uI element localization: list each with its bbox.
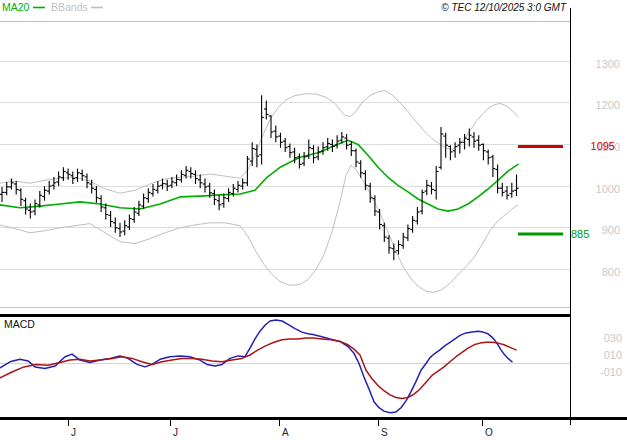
support-level-label: 885 bbox=[571, 228, 589, 240]
macd-chart-area[interactable] bbox=[0, 316, 570, 418]
price-axis-label: 800 bbox=[602, 266, 620, 278]
macd-axis-label: -010 bbox=[600, 366, 622, 378]
stock-chart: MA20 BBands © TEC 12/10/2025 3:0 GMT MAC… bbox=[0, 0, 627, 440]
legend-ma20-label: MA20 bbox=[2, 1, 30, 13]
month-label: J bbox=[71, 427, 76, 438]
month-label: J bbox=[173, 427, 178, 438]
price-axis-label: 900 bbox=[602, 224, 620, 236]
macd-axis-label: 030 bbox=[604, 332, 622, 344]
resistance-level-label: 1095 bbox=[591, 140, 615, 152]
price-axis-label: 1000 bbox=[596, 183, 620, 195]
macd-axis-label: 010 bbox=[604, 349, 622, 361]
month-label: A bbox=[282, 427, 289, 438]
copyright-text: © TEC 12/10/2025 3:0 GMT bbox=[441, 2, 567, 13]
macd-panel-label: MACD bbox=[4, 318, 35, 330]
legend-bbands-label: BBands bbox=[51, 1, 88, 13]
month-label: S bbox=[381, 427, 388, 438]
price-axis-label: 1200 bbox=[596, 99, 620, 111]
month-label: O bbox=[485, 427, 493, 438]
price-axis-label: 1300 bbox=[596, 58, 620, 70]
